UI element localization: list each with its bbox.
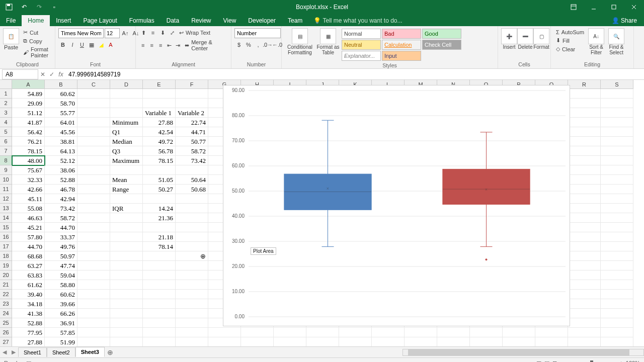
sheet-tab-3[interactable]: Sheet3 <box>75 347 105 357</box>
align-top-icon[interactable]: ⬆ <box>139 28 148 37</box>
row-header-27[interactable]: 27 <box>0 337 12 346</box>
cell-E1[interactable] <box>143 89 176 99</box>
cell-A2[interactable]: 29.09 <box>12 99 45 108</box>
cell-F12[interactable] <box>176 194 208 204</box>
orientation-icon[interactable]: ⤢ <box>168 28 177 37</box>
cell-S24[interactable] <box>601 309 633 318</box>
cell-C11[interactable] <box>77 185 110 194</box>
cell-S8[interactable] <box>601 156 633 165</box>
cell-R22[interactable] <box>568 290 601 299</box>
cell-S19[interactable] <box>601 261 633 270</box>
cell-S2[interactable] <box>601 99 633 108</box>
indent-dec-icon[interactable]: ⇤ <box>165 41 173 50</box>
cell-L27[interactable] <box>372 337 405 346</box>
cell-S9[interactable] <box>601 165 633 175</box>
cell-A25[interactable]: 52.88 <box>12 318 45 328</box>
cell-R20[interactable] <box>568 270 601 280</box>
cell-E14[interactable]: 21.36 <box>143 213 176 223</box>
zoom-level[interactable]: 100% <box>626 360 640 362</box>
tab-team[interactable]: Team <box>282 15 308 26</box>
row-header-16[interactable]: 16 <box>0 232 12 242</box>
column-header-D[interactable]: D <box>110 80 143 89</box>
cell-A6[interactable]: 76.21 <box>12 137 45 146</box>
cell-F11[interactable]: 50.68 <box>176 185 208 194</box>
view-normal-icon[interactable]: ▦ <box>536 360 541 363</box>
cell-C17[interactable] <box>77 242 110 251</box>
cell-E10[interactable]: 51.05 <box>143 175 176 185</box>
zoom-out-icon[interactable]: − <box>560 360 563 362</box>
ribbon-options-icon[interactable] <box>564 0 584 14</box>
cell-J27[interactable] <box>306 337 339 346</box>
cell-O27[interactable] <box>470 337 503 346</box>
cell-S14[interactable] <box>601 213 633 223</box>
cell-D10[interactable]: Mean <box>110 175 143 185</box>
cell-D22[interactable] <box>110 290 143 299</box>
cell-N26[interactable] <box>437 328 470 337</box>
horizontal-scrollbar[interactable] <box>403 349 644 356</box>
cell-S25[interactable] <box>601 318 633 328</box>
row-header-20[interactable]: 20 <box>0 270 12 280</box>
tab-page-layout[interactable]: Page Layout <box>77 15 123 26</box>
column-header-A[interactable]: A <box>12 80 45 89</box>
cell-R5[interactable] <box>568 127 601 137</box>
style-input[interactable]: Input <box>382 51 421 61</box>
row-header-1[interactable]: 1 <box>0 89 12 99</box>
fill-color-button[interactable]: ◢ <box>97 40 106 49</box>
cell-D27[interactable] <box>110 337 143 346</box>
cell-B5[interactable]: 45.56 <box>45 127 77 137</box>
cell-S1[interactable] <box>601 89 633 99</box>
cell-S22[interactable] <box>601 290 633 299</box>
cell-D6[interactable]: Median <box>110 137 143 146</box>
worksheet-grid[interactable]: ABCDEFGHIJKLMNOPQRS 154.8960.62229.0958.… <box>0 80 644 346</box>
cell-E19[interactable] <box>143 261 176 270</box>
column-header-B[interactable]: B <box>45 80 77 89</box>
row-header-4[interactable]: 4 <box>0 118 12 127</box>
cell-C4[interactable] <box>77 118 110 127</box>
row-header-13[interactable]: 13 <box>0 204 12 213</box>
cell-A8[interactable]: 48.00 <box>12 156 45 165</box>
select-all-corner[interactable] <box>0 80 12 89</box>
currency-icon[interactable]: $ <box>234 40 244 49</box>
cell-C13[interactable] <box>77 204 110 213</box>
cell-A16[interactable]: 57.80 <box>12 232 45 242</box>
cell-F6[interactable]: 50.77 <box>176 137 208 146</box>
autosum-button[interactable]: ΣAutoSum <box>554 28 586 36</box>
cell-F22[interactable] <box>176 290 208 299</box>
cell-D1[interactable] <box>110 89 143 99</box>
style-bad[interactable]: Bad <box>382 29 421 39</box>
cell-D14[interactable] <box>110 213 143 223</box>
cell-R6[interactable] <box>568 137 601 146</box>
share-button[interactable]: 👤 Share <box>605 15 644 26</box>
column-header-R[interactable]: R <box>568 80 601 89</box>
cell-O26[interactable] <box>470 328 503 337</box>
merge-center-button[interactable]: ⬌Merge & Center <box>183 38 228 52</box>
save-icon[interactable] <box>5 3 13 11</box>
cell-A12[interactable]: 45.11 <box>12 194 45 204</box>
cell-R24[interactable] <box>568 309 601 318</box>
column-header-C[interactable]: C <box>77 80 110 89</box>
align-left-icon[interactable]: ≡ <box>139 41 147 50</box>
format-cells-button[interactable]: ▢Format <box>533 28 549 50</box>
row-header-24[interactable]: 24 <box>0 309 12 318</box>
cell-B4[interactable]: 64.01 <box>45 118 77 127</box>
cell-F4[interactable]: 22.74 <box>176 118 208 127</box>
cell-N27[interactable] <box>437 337 470 346</box>
macro-icon[interactable]: ▣ <box>26 360 31 363</box>
cell-R13[interactable] <box>568 204 601 213</box>
cell-E9[interactable] <box>143 165 176 175</box>
cell-C10[interactable] <box>77 175 110 185</box>
align-right-icon[interactable]: ≡ <box>156 41 165 50</box>
indent-inc-icon[interactable]: ⇥ <box>174 41 182 50</box>
cell-J26[interactable] <box>306 328 339 337</box>
increase-font-icon[interactable]: A↑ <box>121 29 130 38</box>
cell-A9[interactable]: 75.67 <box>12 165 45 175</box>
cell-D7[interactable]: Q3 <box>110 146 143 156</box>
style-check-cell[interactable]: Check Cell <box>422 40 461 50</box>
cell-R21[interactable] <box>568 280 601 290</box>
cell-R1[interactable] <box>568 89 601 99</box>
row-header-14[interactable]: 14 <box>0 213 12 223</box>
row-header-15[interactable]: 15 <box>0 223 12 232</box>
cell-B14[interactable]: 58.72 <box>45 213 77 223</box>
cell-S5[interactable] <box>601 127 633 137</box>
cell-D24[interactable] <box>110 309 143 318</box>
